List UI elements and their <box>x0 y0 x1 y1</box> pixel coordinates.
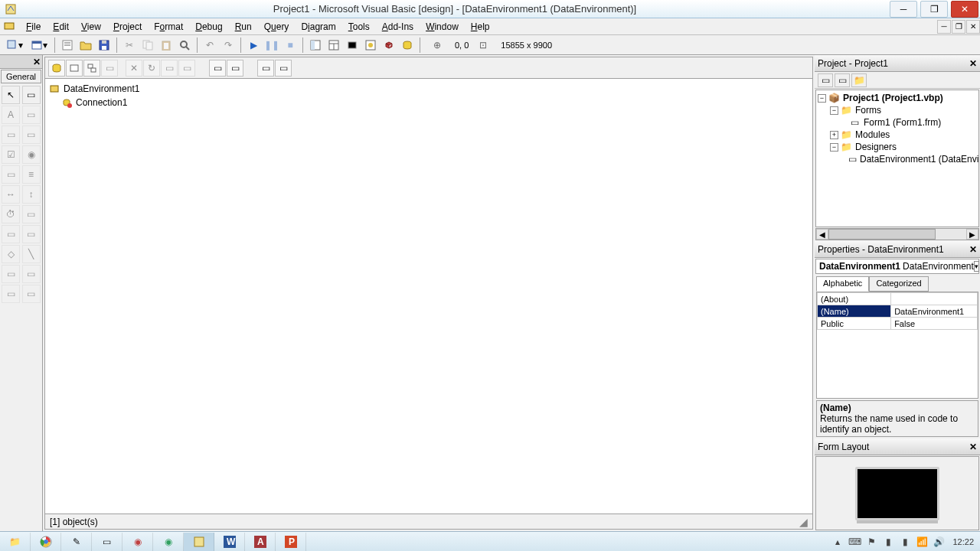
checkbox-tool[interactable]: ☑ <box>2 145 20 164</box>
taskbar-vb6[interactable] <box>184 533 214 551</box>
open-button[interactable] <box>77 37 94 54</box>
minimize-button[interactable]: ─ <box>890 1 917 18</box>
vscrollbar-tool[interactable]: ↕ <box>22 185 41 204</box>
proj-designers-folder[interactable]: − 📁 Designers <box>818 141 977 153</box>
form-layout-button[interactable] <box>344 37 361 54</box>
menu-file[interactable]: File <box>20 20 47 34</box>
menu-run[interactable]: Run <box>229 20 258 34</box>
paste-button[interactable] <box>158 37 175 54</box>
cut-button[interactable]: ✂ <box>121 37 138 54</box>
listbox-tool[interactable]: ≡ <box>22 165 41 184</box>
object-browser-button[interactable] <box>362 37 379 54</box>
view-object-button[interactable]: ▭ <box>835 73 850 87</box>
tray-show-hidden-icon[interactable]: ▴ <box>831 536 844 548</box>
timer-tool[interactable]: ⏱ <box>2 205 20 223</box>
prop-value[interactable]: False <box>891 318 978 330</box>
optionbutton-tool[interactable]: ◉ <box>22 145 41 164</box>
tray-keyboard-icon[interactable]: ⌨ <box>848 536 861 548</box>
label-tool[interactable]: A <box>2 106 20 124</box>
arrange-by-connection-button[interactable]: ▭ <box>257 60 274 77</box>
taskbar-app6[interactable]: ◉ <box>153 533 184 551</box>
properties-grid[interactable]: (About) (Name) DataEnvironment1 Public F… <box>816 292 978 399</box>
tray-flag-icon[interactable]: ⚑ <box>865 536 877 548</box>
toolbox-tab-general[interactable]: General <box>1 70 41 83</box>
tray-wifi-icon[interactable]: 📶 <box>916 536 928 548</box>
tree-root[interactable]: DataEnvironment1 <box>48 82 809 96</box>
properties-object-combo[interactable]: DataEnvironment1 DataEnvironment ▾ <box>815 259 979 274</box>
taskbar-access[interactable]: A <box>245 533 276 551</box>
dataenv-tree[interactable]: DataEnvironment1 Connection1 <box>44 78 813 514</box>
proj-forms-folder[interactable]: − 📁 Forms <box>818 104 977 116</box>
project-panel-close-button[interactable]: ✕ <box>969 58 977 69</box>
add-project-button[interactable]: ▾ <box>3 37 26 54</box>
maximize-button[interactable]: ❐ <box>920 1 948 18</box>
filelistbox-tool[interactable]: ▭ <box>22 225 41 243</box>
extra-tool[interactable]: ▭ <box>22 285 41 303</box>
menu-editor-button[interactable] <box>59 37 76 54</box>
add-command-button[interactable] <box>66 60 83 77</box>
save-button[interactable] <box>96 37 113 54</box>
proj-dataenv[interactable]: ▭ DataEnvironment1 (DataEnvironment1) <box>818 153 977 165</box>
break-button[interactable]: ❚❚ <box>263 37 280 54</box>
add-connection-button[interactable] <box>48 60 65 77</box>
proj-root[interactable]: − 📦 Project1 (Project1.vbp) <box>818 92 977 104</box>
menu-window[interactable]: Window <box>420 20 465 34</box>
combobox-tool[interactable]: ▭ <box>2 165 20 184</box>
tray-volume-icon[interactable]: 🔊 <box>933 536 945 548</box>
tree-connection[interactable]: Connection1 <box>48 96 809 109</box>
scroll-right-button[interactable]: ▶ <box>966 229 978 240</box>
line-tool[interactable]: ╲ <box>22 245 41 263</box>
mdi-restore-button[interactable]: ❐ <box>952 20 965 34</box>
taskbar-app4[interactable]: ▭ <box>92 533 122 551</box>
formlayout-body[interactable] <box>815 456 979 530</box>
undo-button[interactable]: ↶ <box>201 37 218 54</box>
toolbox-button[interactable] <box>381 37 397 54</box>
scroll-thumb[interactable] <box>828 229 936 240</box>
menu-debug[interactable]: Debug <box>189 20 228 34</box>
project-explorer-button[interactable] <box>307 37 324 54</box>
view-code-button[interactable]: ▭ <box>209 60 226 77</box>
shape-tool[interactable]: ◇ <box>2 245 20 263</box>
expand-icon[interactable]: − <box>830 143 838 152</box>
picturebox-tool[interactable]: ▭ <box>22 86 41 104</box>
menu-help[interactable]: Help <box>465 20 496 34</box>
menu-view[interactable]: View <box>75 20 107 34</box>
data-tool[interactable]: ▭ <box>22 265 41 283</box>
redo-button[interactable]: ↷ <box>220 37 237 54</box>
tray-network-icon[interactable]: ▮ <box>899 536 911 548</box>
find-button[interactable] <box>176 37 193 54</box>
add-form-button[interactable]: ▾ <box>28 37 51 54</box>
delete-button[interactable]: ✕ <box>126 60 142 77</box>
hscrollbar-tool[interactable]: ↔ <box>2 185 20 204</box>
mdi-minimize-button[interactable]: ─ <box>937 20 951 34</box>
frame-tool[interactable]: ▭ <box>2 126 20 144</box>
menu-edit[interactable]: Edit <box>47 20 75 34</box>
tab-categorized[interactable]: Categorized <box>869 276 928 292</box>
prop-value[interactable] <box>891 293 978 305</box>
expand-icon[interactable]: + <box>830 131 838 139</box>
properties-button[interactable]: ▭ <box>178 60 195 77</box>
menu-query[interactable]: Query <box>258 20 296 34</box>
close-button[interactable]: ✕ <box>951 1 978 18</box>
prop-row-name[interactable]: (Name) DataEnvironment1 <box>818 305 978 318</box>
toolbox-close-button[interactable]: ✕ <box>0 55 42 69</box>
commandbutton-tool[interactable]: ▭ <box>22 126 41 144</box>
project-hscrollbar[interactable]: ◀ ▶ <box>815 228 979 240</box>
refresh-button[interactable]: ↻ <box>143 60 160 77</box>
image-tool[interactable]: ▭ <box>2 265 20 283</box>
menu-format[interactable]: Format <box>148 20 189 34</box>
taskbar-powerpoint[interactable]: P <box>276 533 306 551</box>
drivelistbox-tool[interactable]: ▭ <box>22 205 41 223</box>
taskbar-word[interactable]: W <box>214 533 245 551</box>
prop-row-about[interactable]: (About) <box>818 293 978 305</box>
tray-battery-icon[interactable]: ▮ <box>882 536 894 548</box>
ole-tool[interactable]: ▭ <box>2 285 20 303</box>
scroll-left-button[interactable]: ◀ <box>816 229 828 240</box>
mdi-close-button[interactable]: ✕ <box>966 20 980 34</box>
proj-modules-folder[interactable]: + 📁 Modules <box>818 129 977 141</box>
menu-tools[interactable]: Tools <box>342 20 376 34</box>
combo-dropdown-icon[interactable]: ▾ <box>974 261 979 272</box>
proj-form1[interactable]: ▭ Form1 (Form1.frm) <box>818 116 977 129</box>
start-button[interactable]: ▶ <box>245 37 262 54</box>
taskbar-app3[interactable]: ✎ <box>61 533 92 551</box>
